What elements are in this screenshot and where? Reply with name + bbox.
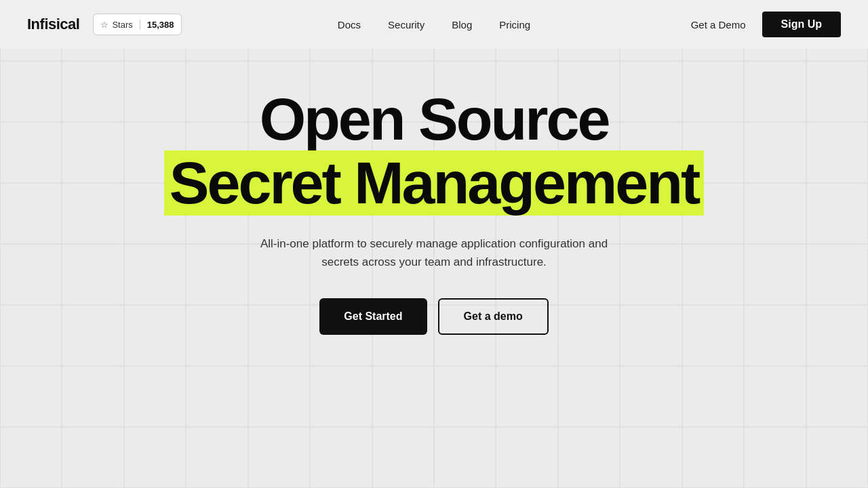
nav-docs[interactable]: Docs <box>338 19 361 30</box>
get-demo-link[interactable]: Get a Demo <box>691 19 746 30</box>
stars-count: 15,388 <box>140 20 181 30</box>
nav-blog[interactable]: Blog <box>452 19 472 30</box>
hero-buttons: Get Started Get a demo <box>319 298 548 335</box>
grid-cell <box>186 427 248 488</box>
grid-cell <box>186 366 248 427</box>
hero-section: Open Source Secret Management All-in-one… <box>0 49 868 335</box>
grid-cell <box>744 366 806 427</box>
grid-cell <box>620 427 682 488</box>
grid-cell <box>0 366 62 427</box>
grid-cell <box>248 427 310 488</box>
grid-cell <box>558 427 620 488</box>
grid-cell <box>372 366 434 427</box>
grid-cell <box>620 366 682 427</box>
navbar-right: Get a Demo Sign Up <box>691 12 841 37</box>
grid-cell <box>62 427 123 488</box>
grid-cell <box>62 366 123 427</box>
hero-subtitle: All-in-one platform to securely manage a… <box>258 235 610 271</box>
grid-cell <box>496 366 557 427</box>
grid-cell <box>124 427 186 488</box>
nav-security[interactable]: Security <box>388 19 425 30</box>
navbar: Infisical ☆ Stars 15,388 Docs Security B… <box>0 0 868 49</box>
stars-badge-label-group: ☆ Stars <box>94 20 140 30</box>
stars-label: Stars <box>112 20 132 30</box>
logo: Infisical <box>27 16 79 33</box>
grid-cell <box>558 366 620 427</box>
grid-cell <box>682 366 744 427</box>
grid-cell <box>434 366 496 427</box>
nav-pricing[interactable]: Pricing <box>499 19 530 30</box>
get-demo-button[interactable]: Get a demo <box>438 298 549 335</box>
grid-cell <box>372 427 434 488</box>
signup-button[interactable]: Sign Up <box>762 12 841 37</box>
navbar-left: Infisical ☆ Stars 15,388 <box>27 14 182 35</box>
grid-cell <box>744 427 806 488</box>
grid-cell <box>0 427 62 488</box>
grid-cell <box>496 427 557 488</box>
grid-cell <box>434 427 496 488</box>
hero-title-line2: Secret Management <box>164 150 704 216</box>
grid-cell <box>806 366 868 427</box>
grid-cell <box>310 427 372 488</box>
grid-cell <box>310 366 372 427</box>
hero-title-line1: Open Source <box>260 89 609 149</box>
navbar-center: Docs Security Blog Pricing <box>338 19 530 30</box>
grid-cell <box>682 427 744 488</box>
star-icon: ☆ <box>100 20 108 30</box>
stars-badge[interactable]: ☆ Stars 15,388 <box>93 14 181 35</box>
grid-cell <box>124 366 186 427</box>
grid-cell <box>806 427 868 488</box>
get-started-button[interactable]: Get Started <box>319 298 427 335</box>
grid-cell <box>248 366 310 427</box>
